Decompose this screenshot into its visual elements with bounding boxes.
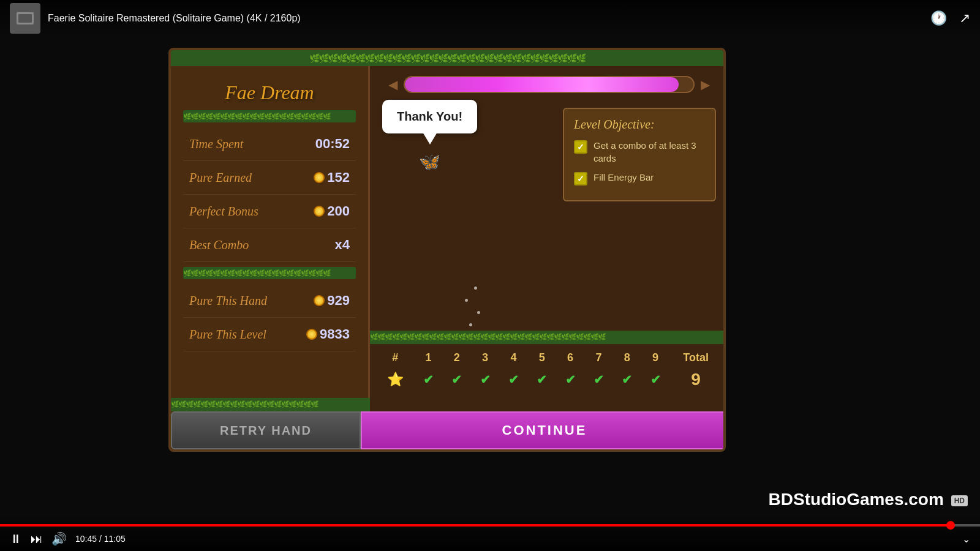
- progress-bar-container[interactable]: [0, 524, 980, 527]
- sparkle-2: [465, 299, 468, 302]
- speech-bubble: Thank You!: [382, 100, 477, 133]
- vine-border-mid-container: # 1 2 3 4 5 6 7 8 9 Total ⭐: [370, 331, 726, 397]
- progress-dot: [946, 521, 955, 530]
- thank-you-text: Thank You!: [397, 110, 462, 123]
- channel-logo-icon: [14, 7, 36, 29]
- current-time: 10:45: [75, 534, 97, 544]
- pure-icon-2: [314, 206, 325, 217]
- vine-divider-1: [183, 110, 356, 122]
- col-7: 7: [584, 349, 612, 367]
- pure-this-level-value: 9833: [306, 326, 350, 342]
- best-combo-value: x4: [335, 237, 350, 253]
- best-combo-label: Best Combo: [189, 238, 249, 252]
- sparkle-3: [477, 311, 480, 314]
- score-table: # 1 2 3 4 5 6 7 8 9 Total ⭐: [370, 344, 726, 397]
- stat-row-best-combo: Best Combo x4: [183, 228, 356, 262]
- pure-this-hand-value: 929: [314, 293, 350, 309]
- objective-text-1: Get a combo of at least 3 cards: [594, 139, 705, 165]
- left-panel: Fae Dream Time Spent 00:52 Pure Earned 1…: [171, 66, 370, 452]
- share-icon[interactable]: ↗: [959, 10, 970, 26]
- vine-border-top: [171, 50, 723, 66]
- row-check-9: ✔: [641, 367, 669, 392]
- col-total: Total: [669, 349, 722, 367]
- col-9: 9: [641, 349, 669, 367]
- time-separator: /: [99, 534, 104, 544]
- sparkle-1: [474, 287, 477, 290]
- pure-icon-4: [306, 329, 317, 340]
- energy-arrow-right-icon: ▶: [701, 77, 710, 92]
- row-check-3: ✔: [471, 367, 499, 392]
- col-3: 3: [471, 349, 499, 367]
- video-title: Faerie Solitaire Remastered (Solitaire G…: [48, 13, 930, 24]
- pure-this-hand-number: 929: [327, 293, 350, 309]
- objective-text-2: Fill Energy Bar: [594, 171, 654, 184]
- video-controls: ⏸ ⏭ 🔊 10:45 / 11:05 ⌄: [0, 514, 980, 551]
- col-4: 4: [499, 349, 527, 367]
- row-check-8: ✔: [613, 367, 641, 392]
- skip-forward-button[interactable]: ⏭: [31, 532, 43, 546]
- sparkle-4: [469, 323, 472, 326]
- time-display: 10:45 / 11:05: [75, 534, 126, 544]
- vine-border-mid: [370, 331, 726, 344]
- pause-button[interactable]: ⏸: [10, 532, 22, 546]
- history-icon[interactable]: 🕐: [930, 10, 947, 26]
- vine-divider-2: [183, 267, 356, 279]
- check-icon-1: [574, 140, 587, 154]
- pure-earned-label: Pure Earned: [189, 171, 252, 185]
- pure-this-hand-label: Pure This Hand: [189, 294, 267, 308]
- objective-title: Level Objective:: [574, 118, 705, 132]
- objective-panel: Level Objective: Get a combo of at least…: [563, 108, 716, 201]
- row-check-4: ✔: [499, 367, 527, 392]
- top-bar: Faerie Solitaire Remastered (Solitaire G…: [0, 0, 980, 37]
- row-star: ⭐: [376, 367, 414, 392]
- game-container: Fae Dream Time Spent 00:52 Pure Earned 1…: [168, 48, 726, 452]
- stat-row-pure-hand: Pure This Hand 929: [183, 284, 356, 318]
- pure-icon-1: [314, 172, 325, 183]
- pure-this-level-label: Pure This Level: [189, 328, 266, 342]
- energy-bar-fill: [405, 77, 679, 92]
- progress-fill: [0, 524, 951, 527]
- bottom-buttons: RETRY HAND CONTINUE: [171, 411, 726, 449]
- check-icon-2: [574, 172, 587, 186]
- stat-row-perfect-bonus: Perfect Bonus 200: [183, 195, 356, 228]
- watermark-text: BDStudioGames.com: [769, 490, 944, 509]
- col-1: 1: [414, 349, 442, 367]
- time-spent-label: Time Spent: [189, 137, 243, 151]
- chevron-down-icon[interactable]: ⌄: [962, 533, 970, 545]
- energy-arrow-left-icon: ◀: [388, 77, 398, 92]
- perfect-bonus-number: 200: [327, 203, 350, 219]
- fairy-icon: 🦋: [419, 152, 440, 172]
- stat-row-pure-level: Pure This Level 9833: [183, 318, 356, 351]
- continue-button[interactable]: CONTINUE: [361, 411, 726, 449]
- perfect-bonus-label: Perfect Bonus: [189, 204, 258, 219]
- stat-row-pure-earned: Pure Earned 152: [183, 161, 356, 195]
- hd-badge: HD: [951, 495, 968, 506]
- perfect-bonus-value: 200: [314, 203, 350, 219]
- volume-button[interactable]: 🔊: [51, 531, 67, 546]
- col-2: 2: [443, 349, 471, 367]
- total-time: 11:05: [104, 534, 126, 544]
- col-hash: #: [376, 349, 414, 367]
- retry-hand-button[interactable]: RETRY HAND: [171, 411, 361, 449]
- top-controls: 🕐 ↗: [930, 10, 970, 26]
- pure-earned-number: 152: [327, 170, 350, 186]
- stat-row-time: Time Spent 00:52: [183, 127, 356, 161]
- row-check-7: ✔: [584, 367, 612, 392]
- level-name: Fae Dream: [183, 81, 356, 104]
- col-6: 6: [556, 349, 584, 367]
- pure-this-level-number: 9833: [320, 326, 350, 342]
- row-total: 9: [669, 367, 722, 392]
- svg-rect-1: [18, 14, 32, 23]
- time-spent-value: 00:52: [315, 136, 350, 152]
- col-8: 8: [613, 349, 641, 367]
- row-check-6: ✔: [556, 367, 584, 392]
- col-5: 5: [528, 349, 556, 367]
- vine-border-left-bottom: [171, 398, 370, 411]
- row-check-1: ✔: [414, 367, 442, 392]
- channel-icon: [10, 3, 40, 34]
- objective-item-1: Get a combo of at least 3 cards: [574, 139, 705, 165]
- energy-bar-container: ◀ ▶: [370, 66, 726, 103]
- row-check-2: ✔: [443, 367, 471, 392]
- row-check-5: ✔: [528, 367, 556, 392]
- energy-bar-wrapper: [404, 76, 695, 93]
